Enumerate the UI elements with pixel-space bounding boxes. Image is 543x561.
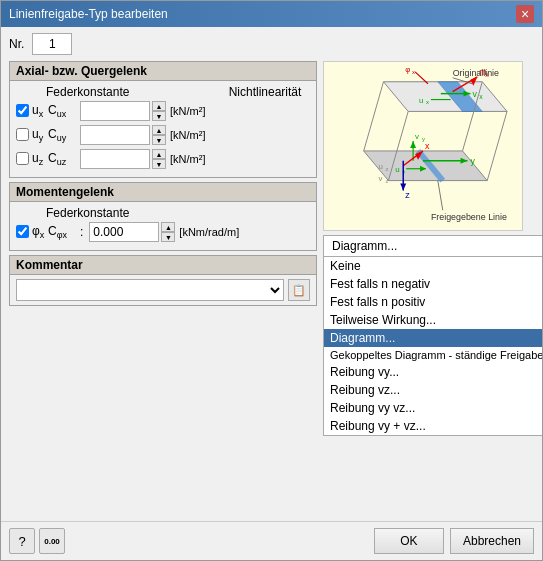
- uz-spin-down[interactable]: ▼: [152, 159, 166, 169]
- uy-spin-up[interactable]: ▲: [152, 125, 166, 135]
- dropdown-item-diagramm[interactable]: Diagramm...: [324, 329, 542, 347]
- axial-section-inner: Federkonstante Nichtlinearität ux Cux: [10, 81, 316, 177]
- diagram-svg: m x φ x v x u x: [324, 62, 522, 230]
- svg-text:z: z: [405, 190, 410, 200]
- axial-headers-row: Federkonstante Nichtlinearität: [16, 85, 310, 99]
- uy-unit: [kN/m²]: [170, 129, 205, 141]
- info-button[interactable]: 0.00: [39, 528, 65, 554]
- ux-checkbox-label[interactable]: ux: [16, 103, 44, 119]
- nr-label: Nr.: [9, 37, 24, 51]
- info-icon: 0.00: [44, 537, 60, 546]
- dropdown-item-fest-positiv[interactable]: Fest falls n positiv: [324, 293, 542, 311]
- uz-spin-up[interactable]: ▲: [152, 149, 166, 159]
- svg-text:x: x: [412, 69, 415, 75]
- axial-section: Axial- bzw. Quergelenk Federkonstante Ni…: [9, 61, 317, 178]
- phix-spin-up[interactable]: ▲: [161, 222, 175, 232]
- dropdown-item-reibung-vy-vz[interactable]: Reibung vy vz...: [324, 399, 542, 417]
- uy-spring-input-group: ▲ ▼ [kN/m²]: [80, 125, 205, 145]
- help-button[interactable]: ?: [9, 528, 35, 554]
- ux-spring-input[interactable]: [80, 101, 150, 121]
- uz-spring-input[interactable]: [80, 149, 150, 169]
- uy-spring-label: Cuy: [48, 127, 76, 143]
- kommentar-section: Kommentar 📋: [9, 255, 317, 306]
- svg-text:u: u: [395, 165, 399, 174]
- phix-checkbox[interactable]: [16, 225, 29, 238]
- phix-checkbox-label[interactable]: φx: [16, 224, 44, 240]
- svg-text:Originallinie: Originallinie: [453, 68, 499, 78]
- svg-text:z: z: [385, 166, 388, 172]
- svg-text:x: x: [425, 141, 430, 151]
- help-icon: ?: [18, 534, 25, 549]
- momentengelenk-inner: Federkonstante φx Cφx :: [10, 202, 316, 250]
- dropdown-item-gekoppelt[interactable]: Gekoppeltes Diagramm - ständige Freigabe: [324, 347, 542, 363]
- ux-spring-input-group: ▲ ▼ [kN/m²]: [80, 101, 205, 121]
- table-row: ux Cux ▲ ▼ [kN/m²]: [16, 101, 310, 121]
- bottom-left-buttons: ? 0.00: [9, 528, 65, 554]
- right-column: m x φ x v x u x: [323, 61, 542, 436]
- svg-text:v: v: [379, 174, 383, 183]
- cancel-button[interactable]: Abbrechen: [450, 528, 534, 554]
- nr-input[interactable]: [32, 33, 72, 55]
- title-bar: Linienfreigabe-Typ bearbeiten ×: [1, 1, 542, 27]
- uy-spin-down[interactable]: ▼: [152, 135, 166, 145]
- ux-spin-down[interactable]: ▼: [152, 111, 166, 121]
- kommentar-title: Kommentar: [10, 256, 316, 275]
- svg-text:y: y: [470, 156, 475, 166]
- phix-spring-input-group: ▲ ▼ [kNm/rad/m]: [89, 222, 239, 242]
- dialog-title: Linienfreigabe-Typ bearbeiten: [9, 7, 168, 21]
- dropdown-item-fest-negativ[interactable]: Fest falls n negativ: [324, 275, 542, 293]
- ux-spring-label: Cux: [48, 103, 76, 119]
- nichtlinearitat-row: Keine Fest falls n negativ Fest falls n …: [323, 235, 542, 257]
- axial-section-title: Axial- bzw. Quergelenk: [10, 62, 316, 81]
- ux-spinner: ▲ ▼: [152, 101, 166, 121]
- nichtlinearitat-select[interactable]: Keine Fest falls n negativ Fest falls n …: [323, 235, 542, 257]
- diagram-area: m x φ x v x u x: [323, 61, 523, 231]
- uz-checkbox-label[interactable]: uz: [16, 151, 44, 167]
- federkonstante-col-header: Federkonstante: [46, 85, 126, 99]
- dropdown-item-teilweise[interactable]: Teilweise Wirkung...: [324, 311, 542, 329]
- ok-button[interactable]: OK: [374, 528, 444, 554]
- momentengelenk-feder-header: Federkonstante: [46, 206, 126, 220]
- phix-spin-down[interactable]: ▼: [161, 232, 175, 242]
- svg-text:φ: φ: [405, 65, 410, 74]
- uz-spinner: ▲ ▼: [152, 149, 166, 169]
- momentengelenk-headers: Federkonstante: [16, 206, 310, 220]
- uy-spring-input[interactable]: [80, 125, 150, 145]
- ux-unit: [kN/m²]: [170, 105, 205, 117]
- svg-text:z: z: [385, 178, 388, 184]
- phix-unit: [kNm/rad/m]: [179, 226, 239, 238]
- svg-text:u: u: [419, 96, 423, 105]
- kommentar-icon-btn[interactable]: 📋: [288, 279, 310, 301]
- phix-spring-label: Cφx: [48, 224, 76, 240]
- dropdown-item-reibung-vy-plus-vz[interactable]: Reibung vy + vz...: [324, 417, 542, 435]
- uz-checkbox[interactable]: [16, 152, 29, 165]
- dropdown-item-reibung-vz[interactable]: Reibung vz...: [324, 381, 542, 399]
- top-section: Axial- bzw. Quergelenk Federkonstante Ni…: [9, 61, 534, 436]
- momentengelenk-section: Momentengelenk Federkonstante φx Cφx: [9, 182, 317, 251]
- table-row: uy Cuy ▲ ▼ [kN/m²]: [16, 125, 310, 145]
- table-row: φx Cφx : ▲ ▼ [kNm/rad/m]: [16, 222, 310, 242]
- svg-text:v: v: [472, 89, 477, 99]
- kommentar-icon: 📋: [292, 284, 306, 297]
- close-button[interactable]: ×: [516, 5, 534, 23]
- dropdown-item-reibung-vy[interactable]: Reibung vy...: [324, 363, 542, 381]
- nichtlinearitat-container: Keine Fest falls n negativ Fest falls n …: [323, 235, 542, 436]
- uz-unit: [kN/m²]: [170, 153, 205, 165]
- svg-text:x: x: [426, 99, 429, 105]
- left-column: Axial- bzw. Quergelenk Federkonstante Ni…: [9, 61, 317, 436]
- dropdown-list: Keine Fest falls n negativ Fest falls n …: [323, 257, 542, 436]
- bottom-bar: ? 0.00 OK Abbrechen: [1, 521, 542, 560]
- svg-text:v: v: [415, 132, 419, 141]
- table-row: uz Cuz ▲ ▼ [kN/m²]: [16, 149, 310, 169]
- dropdown-item-keine[interactable]: Keine: [324, 257, 542, 275]
- phix-spring-input[interactable]: [89, 222, 159, 242]
- ux-spin-up[interactable]: ▲: [152, 101, 166, 111]
- phix-spinner: ▲ ▼: [161, 222, 175, 242]
- uy-spinner: ▲ ▼: [152, 125, 166, 145]
- uy-checkbox-label[interactable]: uy: [16, 127, 44, 143]
- uy-checkbox[interactable]: [16, 128, 29, 141]
- dialog: Linienfreigabe-Typ bearbeiten × Nr. Axia…: [0, 0, 543, 561]
- kommentar-select[interactable]: [16, 279, 284, 301]
- ux-checkbox[interactable]: [16, 104, 29, 117]
- bottom-right-buttons: OK Abbrechen: [374, 528, 534, 554]
